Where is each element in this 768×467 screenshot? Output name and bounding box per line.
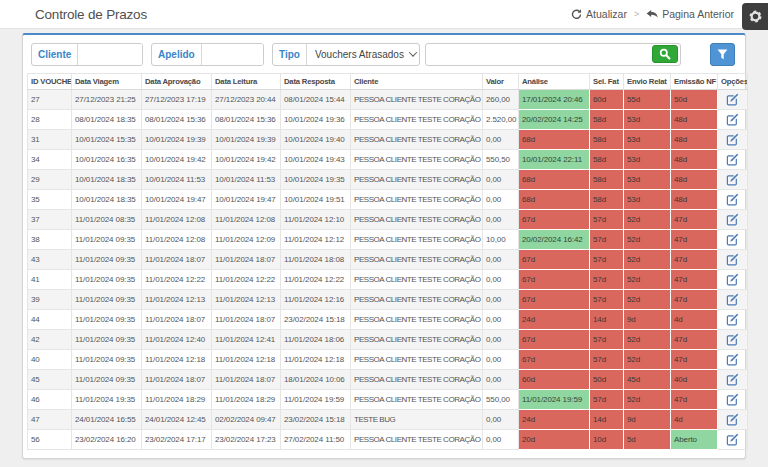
cell-valor: 10,00 [483, 230, 519, 250]
cell-valor: 0,00 [483, 170, 519, 190]
refresh-icon [571, 9, 582, 20]
edit-button[interactable] [725, 232, 741, 248]
cell-sel_fat: 57d [590, 270, 624, 290]
cell-data_resposta: 11/01/2024 12:22 [281, 270, 351, 290]
vouchers-table: ID VOUCHERData ViagemData AprovaçãoData … [27, 73, 748, 450]
column-header-emissao_nf: Emissão NF [671, 74, 718, 90]
cell-valor: 0,00 [483, 290, 519, 310]
cell-data_resposta: 11/01/2024 19:59 [281, 390, 351, 410]
settings-button[interactable] [742, 3, 768, 30]
cell-sel_fat: 57d [590, 250, 624, 270]
cell-opcoes [718, 130, 748, 150]
edit-icon [726, 173, 739, 186]
edit-button[interactable] [725, 212, 741, 228]
edit-button[interactable] [725, 192, 741, 208]
cell-opcoes [718, 290, 748, 310]
cell-data_viagem: 27/12/2023 21:25 [72, 90, 142, 110]
refresh-link[interactable]: Atualizar [571, 8, 627, 20]
cell-cliente: PESSOA CLIENTE TESTE CORAÇÃO [351, 190, 483, 210]
edit-button[interactable] [725, 92, 741, 108]
edit-button[interactable] [725, 292, 741, 308]
edit-button[interactable] [725, 112, 741, 128]
cell-valor: 0,00 [483, 270, 519, 290]
cell-data_resposta: 10/01/2024 19:36 [281, 110, 351, 130]
cell-data_resposta: 11/01/2024 18:08 [281, 250, 351, 270]
edit-icon [726, 333, 739, 346]
apelido-input[interactable] [202, 44, 263, 65]
cell-data_resposta: 23/02/2024 15:18 [281, 410, 351, 430]
edit-button[interactable] [725, 352, 741, 368]
cell-data_aprovacao: 27/12/2023 17:19 [142, 90, 212, 110]
cell-data_viagem: 08/01/2024 18:35 [72, 110, 142, 130]
cell-valor: 260,00 [483, 90, 519, 110]
cell-opcoes [718, 170, 748, 190]
previous-page-link[interactable]: Pagina Anterior [646, 8, 734, 20]
table-row: 2910/01/2024 18:3510/01/2024 11:5310/01/… [28, 170, 748, 190]
cell-data_viagem: 11/01/2024 09:35 [72, 310, 142, 330]
page-title: Controle de Prazos [35, 7, 147, 22]
filter-icon [717, 49, 728, 60]
cell-cliente: PESSOA CLIENTE TESTE CORAÇÃO [351, 250, 483, 270]
tipo-select[interactable]: Vouchers Atrasados [307, 44, 420, 65]
cliente-input[interactable] [78, 44, 142, 65]
cell-sel_fat: 58d [590, 170, 624, 190]
edit-button[interactable] [725, 132, 741, 148]
cell-opcoes [718, 410, 748, 430]
cell-emissao_nf: Aberto [671, 430, 718, 450]
cell-data_aprovacao: 10/01/2024 19:47 [142, 190, 212, 210]
edit-icon [726, 253, 739, 266]
cell-data_resposta: 10/01/2024 19:40 [281, 130, 351, 150]
cell-emissao_nf: 48d [671, 190, 718, 210]
edit-icon [726, 433, 739, 446]
cell-analise: 67d [519, 290, 590, 310]
table-row: 3110/01/2024 15:3510/01/2024 19:3910/01/… [28, 130, 748, 150]
cell-emissao_nf: 47d [671, 270, 718, 290]
edit-button[interactable] [725, 332, 741, 348]
cell-data_viagem: 11/01/2024 09:35 [72, 270, 142, 290]
cell-data_aprovacao: 11/01/2024 12:18 [142, 350, 212, 370]
cell-data_aprovacao: 11/01/2024 12:08 [142, 230, 212, 250]
cell-cliente: PESSOA CLIENTE TESTE CORAÇÃO [351, 330, 483, 350]
edit-button[interactable] [725, 252, 741, 268]
cell-opcoes [718, 390, 748, 410]
edit-button[interactable] [725, 152, 741, 168]
cell-valor: 0,00 [483, 370, 519, 390]
edit-button[interactable] [725, 432, 741, 448]
edit-button[interactable] [725, 272, 741, 288]
cell-data_resposta: 11/01/2024 18:06 [281, 330, 351, 350]
cell-id: 37 [28, 210, 72, 230]
cell-data_leitura: 08/01/2024 15:36 [212, 110, 281, 130]
cell-data_leitura: 11/01/2024 18:07 [212, 310, 281, 330]
cell-emissao_nf: 50d [671, 90, 718, 110]
cell-data_aprovacao: 11/01/2024 12:40 [142, 330, 212, 350]
edit-button[interactable] [725, 312, 741, 328]
back-arrow-icon [646, 9, 658, 20]
edit-button[interactable] [725, 412, 741, 428]
table-row: 4011/01/2024 09:3511/01/2024 12:1811/01/… [28, 350, 748, 370]
edit-icon [726, 373, 739, 386]
cell-analise: 67d [519, 270, 590, 290]
cell-cliente: PESSOA CLIENTE TESTE CORAÇÃO [351, 350, 483, 370]
search-button[interactable] [652, 45, 678, 63]
edit-button[interactable] [725, 172, 741, 188]
table-row: 4211/01/2024 09:3511/01/2024 12:4011/01/… [28, 330, 748, 350]
table-row: 4511/01/2024 09:3511/01/2024 18:0711/01/… [28, 370, 748, 390]
table-row: 5623/02/2024 16:2023/02/2024 17:1723/02/… [28, 430, 748, 450]
cell-data_resposta: 27/02/2024 11:50 [281, 430, 351, 450]
cell-envio_relat: 45d [624, 370, 671, 390]
column-header-cliente: Cliente [351, 74, 483, 90]
edit-icon [726, 393, 739, 406]
edit-button[interactable] [725, 392, 741, 408]
table-row: 3510/01/2024 18:3510/01/2024 19:4710/01/… [28, 190, 748, 210]
cell-data_viagem: 11/01/2024 09:35 [72, 350, 142, 370]
cell-id: 45 [28, 370, 72, 390]
edit-button[interactable] [725, 372, 741, 388]
cell-opcoes [718, 230, 748, 250]
cell-analise: 20/02/2024 16:42 [519, 230, 590, 250]
apelido-filter-group: Apelido [151, 43, 264, 66]
cell-id: 39 [28, 290, 72, 310]
filter-button[interactable] [710, 43, 735, 66]
cell-valor: 550,50 [483, 150, 519, 170]
cell-data_aprovacao: 11/01/2024 12:13 [142, 290, 212, 310]
cell-emissao_nf: 48d [671, 150, 718, 170]
